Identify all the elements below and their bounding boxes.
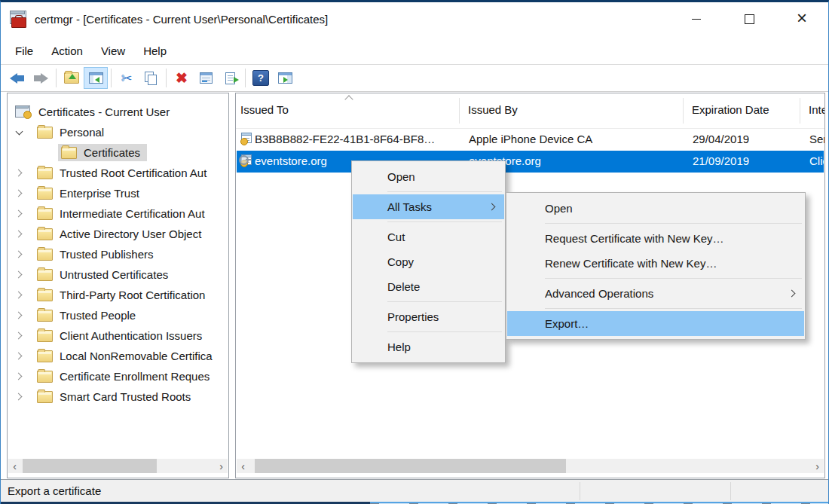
export-list-button[interactable] [218,67,242,89]
chevron-right-icon[interactable] [14,290,24,301]
cut-button[interactable]: ✂ [115,67,139,89]
tree-item-trusted-root[interactable]: Trusted Root Certification Aut [8,163,228,183]
chevron-right-icon[interactable] [14,249,24,260]
column-header-intended-purposes[interactable]: Inte [809,103,825,116]
tree-item-certificates-current-user[interactable]: Certificates - Current User [8,102,228,122]
menu-item-label: Advanced Operations [545,287,653,300]
toolbar-separator [56,69,57,87]
tree-item-label: Certificates - Current User [38,105,170,118]
certificate-row-b3b8b882[interactable]: B3B8B882-FE22-41B1-8F64-BF8… Apple iPhon… [237,129,824,151]
tree-item-cert-enrollment-requests[interactable]: Certificate Enrollment Reques [8,366,228,386]
close-button[interactable]: × [775,2,828,36]
cell-issued-by: Apple iPhone Device CA [469,133,680,145]
chevron-down-icon[interactable] [14,127,24,138]
submenu-open[interactable]: Open [507,196,804,221]
chevron-right-icon[interactable] [14,270,24,280]
tree-item-label: Trusted Publishers [60,248,154,261]
show-hide-action-pane-button[interactable] [273,67,297,89]
folder-icon [37,371,53,383]
menu-file[interactable]: File [6,38,42,64]
context-menu-delete[interactable]: Delete [353,274,504,299]
context-menu-all-tasks[interactable]: All Tasks [353,194,504,219]
help-icon: ? [252,70,269,86]
tree-item-trusted-publishers[interactable]: Trusted Publishers [8,244,228,264]
window-controls: × [670,2,828,36]
chevron-right-icon[interactable] [14,229,24,240]
toolbar-separator [245,69,246,87]
context-menu-cut[interactable]: Cut [353,225,504,249]
tree-item-smart-card-trusted-roots[interactable]: Smart Card Trusted Roots [8,386,228,407]
scroll-right-arrow[interactable]: › [811,459,824,473]
delete-button[interactable]: ✖ [170,67,194,89]
submenu-request-certificate[interactable]: Request Certificate with New Key… [507,226,804,251]
certificate-row-eventstore[interactable]: eventstore.org eventstore.org 21/09/2019… [237,151,824,173]
forward-button[interactable] [29,67,53,89]
up-one-level-button[interactable] [60,67,84,89]
chevron-right-icon[interactable] [14,331,24,341]
context-menu-properties[interactable]: Properties [353,304,504,329]
list-horizontal-scrollbar[interactable]: ‹ › [237,459,824,473]
chevron-right-icon[interactable] [14,209,24,219]
submenu-renew-certificate[interactable]: Renew Certificate with New Key… [507,251,804,276]
copy-button[interactable] [139,67,163,89]
cut-icon: ✂ [121,70,132,87]
column-divider[interactable] [459,98,460,124]
properties-button[interactable] [194,67,218,89]
menu-action[interactable]: Action [42,38,92,64]
context-menu-copy[interactable]: Copy [353,249,504,274]
folder-icon [37,289,53,301]
menu-help[interactable]: Help [134,38,176,64]
scroll-right-arrow[interactable]: › [215,459,228,473]
scroll-left-arrow[interactable]: ‹ [8,459,21,473]
tree-item-client-auth-issuers[interactable]: Client Authentication Issuers [8,325,228,346]
scrollbar-thumb[interactable] [255,459,566,473]
tree-item-label: Local NonRemovable Certifica [60,350,213,362]
chevron-right-icon[interactable] [14,392,24,402]
tree-horizontal-scrollbar[interactable]: ‹ › [8,459,228,473]
tree-item-certificates[interactable]: Certificates [8,142,228,163]
scroll-left-arrow[interactable]: ‹ [237,459,249,473]
certificates-store-icon [15,105,32,119]
certificate-tree: Certificates - Current User Personal Cer… [8,102,228,407]
folder-icon [37,330,53,342]
scrollbar-thumb[interactable] [23,459,157,473]
tree-item-enterprise-trust[interactable]: Enterprise Trust [8,183,228,203]
tree-item-local-nonremovable[interactable]: Local NonRemovable Certifica [8,346,228,366]
help-button[interactable]: ? [249,67,273,89]
context-menu-open[interactable]: Open [353,164,504,189]
column-header-issued-by[interactable]: Issued By [468,103,518,116]
tree-item-personal[interactable]: Personal [8,122,228,142]
back-button[interactable] [5,67,29,89]
menu-separator [545,308,802,309]
tree-item-intermediate[interactable]: Intermediate Certification Aut [8,203,228,224]
tree-item-label: Untrusted Certificates [60,268,168,281]
chevron-right-icon[interactable] [14,188,24,199]
chevron-right-icon[interactable] [14,310,24,321]
menu-view[interactable]: View [92,38,134,64]
folder-icon [37,269,53,281]
show-hide-console-tree-button[interactable] [84,67,108,89]
tree-item-label: Intermediate Certification Aut [60,207,205,220]
column-header-expiration-date[interactable]: Expiration Date [692,103,769,116]
chevron-right-icon[interactable] [14,168,24,179]
tree-item-active-directory[interactable]: Active Directory User Object [8,224,228,244]
submenu-export[interactable]: Export… [507,311,804,336]
all-tasks-submenu: Open Request Certificate with New Key… R… [506,192,806,340]
list-header: Issued To Issued By Expiration Date Inte [236,93,824,129]
menu-separator [387,191,502,192]
chevron-right-icon[interactable] [14,371,24,382]
context-menu-help[interactable]: Help [353,334,504,359]
chevron-right-icon[interactable] [14,351,24,362]
tree-item-untrusted-certificates[interactable]: Untrusted Certificates [8,264,228,285]
column-divider[interactable] [800,98,800,124]
submenu-arrow-icon [788,290,796,298]
maximize-button[interactable] [723,2,775,36]
minimize-button[interactable] [670,2,723,36]
column-header-issued-to[interactable]: Issued To [240,103,289,116]
folder-icon [61,147,77,159]
column-divider[interactable] [683,98,684,124]
status-text: Export a certificate [8,484,101,497]
tree-item-third-party-root[interactable]: Third-Party Root Certification [8,285,228,305]
tree-item-trusted-people[interactable]: Trusted People [8,305,228,325]
submenu-advanced-operations[interactable]: Advanced Operations [507,281,804,306]
